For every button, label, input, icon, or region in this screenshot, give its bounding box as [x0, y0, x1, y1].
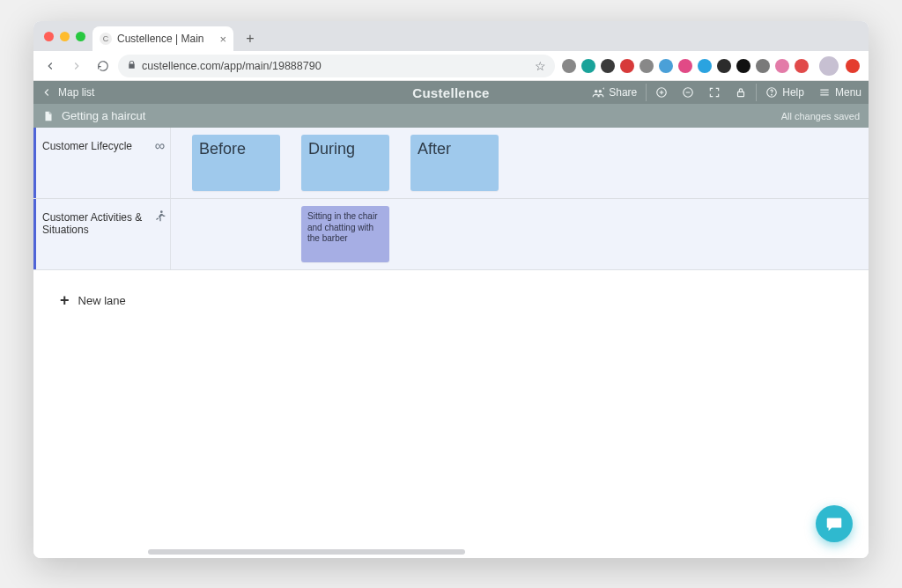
extension-icon[interactable] — [846, 59, 860, 73]
svg-point-8 — [160, 210, 163, 213]
infinity-icon: ∞ — [155, 138, 165, 154]
extension-icon[interactable] — [562, 59, 576, 73]
lane-label: Customer Lifecycle — [42, 140, 132, 152]
plus-circle-icon — [655, 86, 668, 99]
lane-accent — [33, 199, 36, 269]
extension-icon[interactable] — [601, 59, 615, 73]
extension-icon[interactable] — [736, 59, 750, 73]
lane-activities: Customer Activities & Situations Sitting… — [33, 199, 869, 270]
phase-card-before[interactable]: Before — [192, 135, 280, 191]
zoom-out-button[interactable] — [675, 81, 701, 104]
extension-icons — [558, 59, 812, 73]
extension-icon[interactable] — [640, 59, 654, 73]
window-maximize-button[interactable] — [76, 32, 85, 41]
document-bar: Getting a haircut All changes saved — [33, 104, 869, 128]
nav-forward-button[interactable] — [65, 55, 88, 77]
svg-point-7 — [772, 94, 773, 95]
share-icon: + — [592, 86, 604, 99]
extension-icon[interactable] — [581, 59, 595, 73]
extension-icon[interactable] — [620, 59, 634, 73]
window-minimize-button[interactable] — [60, 32, 70, 41]
activity-card[interactable]: Sitting in the chair and chatting with t… — [301, 206, 389, 262]
document-icon — [42, 110, 55, 122]
divider — [646, 84, 647, 101]
svg-text:+: + — [603, 86, 604, 91]
lock-button[interactable] — [728, 81, 754, 104]
svg-rect-5 — [738, 92, 744, 96]
extension-icon[interactable] — [698, 59, 712, 73]
chat-bubble-icon — [824, 514, 844, 533]
extension-icon[interactable] — [659, 59, 673, 73]
hamburger-icon — [818, 86, 831, 99]
share-button[interactable]: + Share — [585, 81, 644, 104]
lane-accent — [33, 128, 36, 198]
save-status: All changes saved — [781, 111, 860, 121]
back-to-map-list[interactable]: Map list — [33, 86, 94, 99]
back-label: Map list — [58, 86, 94, 99]
window-close-button[interactable] — [44, 32, 54, 41]
bookmark-star-icon[interactable]: ☆ — [535, 59, 546, 73]
browser-tab[interactable]: C Custellence | Main × — [92, 26, 233, 51]
svg-point-1 — [599, 90, 603, 93]
extension-icon[interactable] — [756, 59, 770, 73]
browser-toolbar: custellence.com/app/main/19888790 ☆ — [33, 51, 869, 81]
window-traffic-lights — [41, 21, 92, 51]
browser-window: C Custellence | Main × + custellence.com… — [33, 21, 869, 558]
nav-reload-button[interactable] — [92, 55, 115, 77]
browser-tabstrip: C Custellence | Main × + — [33, 21, 869, 51]
lane-icon-cell — [150, 199, 171, 269]
tab-title: Custellence | Main — [117, 33, 214, 45]
tab-close-icon[interactable]: × — [219, 33, 226, 46]
lane-lifecycle: Customer Lifecycle ∞ Before During After — [33, 128, 869, 199]
phase-card-during[interactable]: During — [301, 135, 389, 191]
svg-point-0 — [595, 90, 598, 93]
lane-icon-cell: ∞ — [150, 128, 171, 198]
extension-icon[interactable] — [678, 59, 692, 73]
phase-card-after[interactable]: After — [410, 135, 499, 191]
nav-back-button[interactable] — [39, 55, 62, 77]
lock-icon — [735, 86, 747, 99]
lock-icon — [127, 60, 137, 71]
tab-favicon: C — [100, 33, 112, 45]
runner-icon — [153, 209, 167, 227]
document-title[interactable]: Getting a haircut — [62, 109, 145, 122]
back-arrow-icon — [41, 86, 53, 99]
help-circle-icon — [765, 86, 778, 99]
lane-label-cell[interactable]: Customer Activities & Situations — [33, 199, 150, 269]
extension-icon[interactable] — [717, 59, 731, 73]
support-chat-button[interactable] — [816, 505, 853, 542]
url-text: custellence.com/app/main/19888790 — [142, 60, 322, 72]
lane-label-cell[interactable]: Customer Lifecycle — [33, 128, 150, 198]
help-button[interactable]: Help — [758, 81, 811, 104]
extension-icon[interactable] — [795, 59, 809, 73]
new-lane-button[interactable]: + New lane — [33, 270, 869, 310]
new-lane-label: New lane — [78, 294, 126, 307]
divider — [756, 84, 757, 101]
fullscreen-button[interactable] — [701, 81, 728, 104]
lane-label: Customer Activities & Situations — [42, 211, 142, 236]
address-bar[interactable]: custellence.com/app/main/19888790 ☆ — [118, 55, 555, 77]
app-header: Map list Custellence + Share — [33, 81, 869, 104]
map-canvas[interactable]: Customer Lifecycle ∞ Before During After… — [33, 128, 869, 558]
horizontal-scrollbar[interactable] — [148, 549, 465, 555]
zoom-in-button[interactable] — [648, 81, 675, 104]
lane-cards[interactable]: Sitting in the chair and chatting with t… — [171, 199, 869, 269]
new-tab-button[interactable]: + — [239, 27, 262, 50]
minus-circle-icon — [682, 86, 694, 99]
plus-icon: + — [60, 291, 70, 310]
fullscreen-icon — [708, 86, 721, 99]
extension-icon[interactable] — [775, 59, 789, 73]
menu-button[interactable]: Menu — [811, 81, 869, 104]
profile-avatar-button[interactable] — [819, 56, 839, 76]
lane-cards[interactable]: Before During After — [171, 128, 869, 198]
